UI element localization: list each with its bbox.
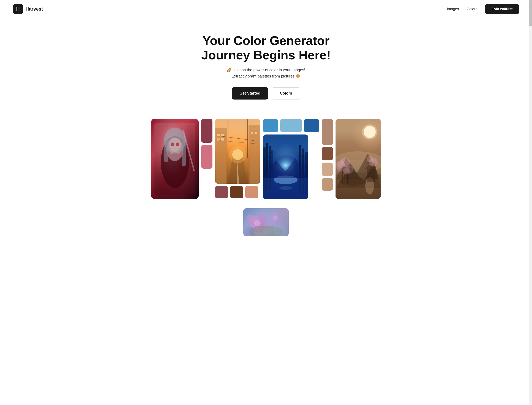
hero-section: Your Color Generator Journey Begins Here… xyxy=(0,18,532,119)
swatch-dark-blue xyxy=(304,119,319,132)
svg-rect-19 xyxy=(249,130,259,184)
svg-point-70 xyxy=(346,166,353,174)
neutral-swatch-column xyxy=(322,119,333,191)
svg-point-61 xyxy=(337,165,343,172)
blue-scene-card xyxy=(263,135,308,199)
swatch-light-rose xyxy=(201,145,212,169)
svg-rect-15 xyxy=(221,134,224,136)
nav-colors-link[interactable]: Colors xyxy=(467,7,477,11)
swatch-medium-brown xyxy=(322,147,333,160)
gallery-bottom xyxy=(0,206,532,245)
blue-swatches-top xyxy=(263,119,319,132)
svg-point-81 xyxy=(274,223,287,236)
svg-point-6 xyxy=(171,142,174,146)
svg-rect-20 xyxy=(251,132,253,134)
swatch-medium-blue xyxy=(263,119,278,132)
svg-rect-62 xyxy=(367,169,376,182)
flower-image-card xyxy=(243,208,289,236)
svg-rect-4 xyxy=(182,141,186,166)
logo-icon: H xyxy=(13,4,23,14)
svg-rect-16 xyxy=(217,138,220,141)
swatch-muted-red xyxy=(215,186,228,198)
street-svg xyxy=(215,119,260,184)
svg-point-7 xyxy=(176,142,179,146)
hero-buttons: Get Started Colors xyxy=(9,87,523,100)
nav-links: Images Colors Join waitlist xyxy=(447,4,519,14)
svg-point-66 xyxy=(367,156,373,162)
swatch-dark-rose xyxy=(201,119,212,143)
scrollbar[interactable] xyxy=(529,0,532,245)
svg-point-46 xyxy=(279,186,292,190)
svg-point-8 xyxy=(170,151,173,154)
svg-point-67 xyxy=(340,177,366,186)
svg-point-76 xyxy=(254,220,261,226)
anime-svg xyxy=(151,119,199,199)
swatch-peach xyxy=(245,186,258,198)
swatch-light-tan xyxy=(322,162,333,176)
blue-swatches-group xyxy=(263,119,319,199)
anime-swatch-column xyxy=(201,119,212,169)
svg-rect-21 xyxy=(255,132,257,134)
street-image-card xyxy=(215,119,260,198)
get-started-button[interactable]: Get Started xyxy=(232,87,268,100)
swatch-tan-tall xyxy=(322,119,333,145)
landscape-svg xyxy=(336,119,381,199)
landscape-image-card xyxy=(336,119,381,199)
svg-point-25 xyxy=(229,146,246,163)
join-waitlist-button[interactable]: Join waitlist xyxy=(485,4,519,14)
blue-scene-svg xyxy=(263,135,308,199)
logo: H Harvest xyxy=(13,4,43,14)
svg-rect-17 xyxy=(221,138,224,141)
flower-svg xyxy=(243,208,289,236)
svg-rect-14 xyxy=(217,134,220,136)
swatch-dark-brown xyxy=(230,186,243,198)
svg-point-60 xyxy=(341,157,350,167)
street-swatches-row xyxy=(215,186,260,198)
svg-rect-3 xyxy=(164,141,168,162)
svg-point-51 xyxy=(362,124,377,140)
anime-image-card xyxy=(151,119,199,199)
swatch-light-blue xyxy=(280,119,302,132)
hero-title: Your Color Generator Journey Begins Here… xyxy=(9,34,523,62)
svg-point-79 xyxy=(273,216,278,221)
svg-rect-47 xyxy=(285,183,285,189)
nav-images-link[interactable]: Images xyxy=(447,7,459,11)
gallery-row xyxy=(0,119,532,206)
swatch-warm-tan xyxy=(322,178,333,191)
colors-button[interactable]: Colors xyxy=(272,87,300,100)
scrollbar-thumb[interactable] xyxy=(529,0,532,26)
logo-text: Harvest xyxy=(26,6,43,12)
street-card-inner xyxy=(215,119,260,184)
svg-rect-68 xyxy=(347,173,349,184)
navbar: H Harvest Images Colors Join waitlist xyxy=(0,0,532,18)
svg-point-9 xyxy=(176,151,180,154)
hero-subtitle: 🌈Unleash the power of color in your imag… xyxy=(9,67,523,80)
